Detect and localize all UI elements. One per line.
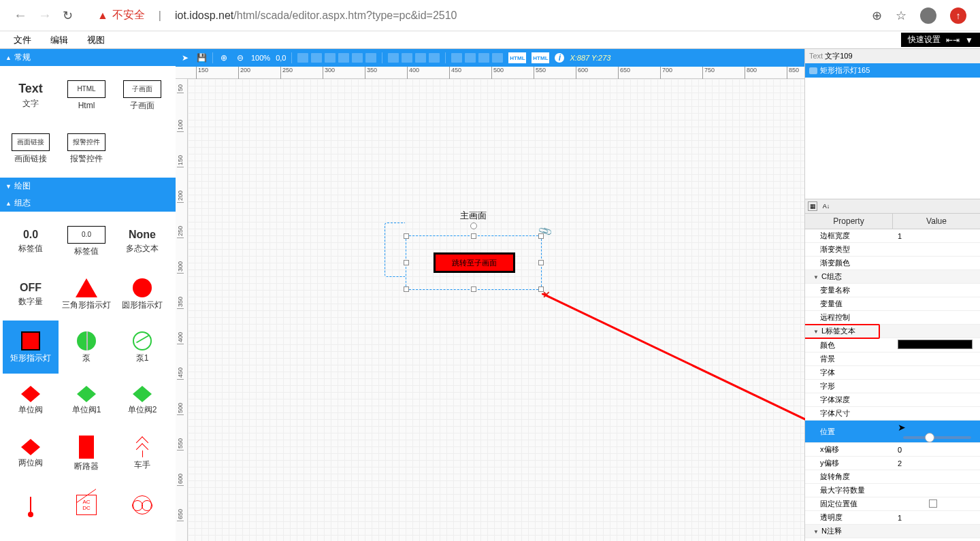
prop-旋转角度[interactable]: 旋转角度 xyxy=(805,470,980,484)
resize-handle-nw[interactable] xyxy=(404,233,409,239)
star-icon[interactable]: ☆ xyxy=(896,8,906,23)
pointer-icon[interactable]: ➤ xyxy=(180,52,191,63)
zoom-icon[interactable]: ⊕ xyxy=(872,8,882,23)
dropdown-icon: ▼ xyxy=(965,35,973,45)
coord-readout: X:887 Y:273 xyxy=(570,54,610,62)
prop-字体[interactable]: 字体 xyxy=(805,366,980,380)
shape-单位阀1[interactable]: 单位阀1 xyxy=(59,374,114,427)
extension-icon[interactable] xyxy=(950,7,966,24)
shape-车手[interactable]: 车手 xyxy=(114,427,170,480)
shape-标签值[interactable]: 0.0标签值 xyxy=(59,214,114,267)
security-label: 不安全 xyxy=(112,8,145,22)
prop-x偏移[interactable]: x偏移0 xyxy=(805,443,980,457)
props-list[interactable]: 边框宽度1渐变类型渐变颜色C组态变量名称变量值远程控制L标签文本颜色背景字体字形… xyxy=(805,229,980,541)
prop-渐变颜色[interactable]: 渐变颜色 xyxy=(805,257,980,270)
zoom-in-icon[interactable]: ⊕ xyxy=(218,52,229,63)
shape-泵[interactable]: 泵 xyxy=(59,321,114,374)
forward-icon[interactable]: → xyxy=(38,7,52,23)
chevron-down-icon: ▲ xyxy=(5,200,12,207)
prop-固定位置值[interactable]: 固定位置值 xyxy=(805,497,980,511)
resize-handle-s[interactable] xyxy=(471,286,476,292)
shape-画面链接[interactable]: 画面链接画面链接 xyxy=(3,122,59,175)
menu-bar: 文件 编辑 视图 快速设置 ⇤⇥ ▼ xyxy=(0,31,980,49)
shape-thermo[interactable] xyxy=(3,480,59,533)
prop-字形[interactable]: 字形 xyxy=(805,380,980,393)
shape-断路器[interactable]: 断路器 xyxy=(59,427,114,480)
section-draw[interactable]: ▼绘图 xyxy=(0,178,176,195)
user-avatar-icon[interactable] xyxy=(920,7,936,24)
shape-文字[interactable]: Text文字 xyxy=(3,69,59,122)
menu-edit[interactable]: 编辑 xyxy=(41,34,78,46)
back-icon[interactable]: ← xyxy=(14,7,27,23)
prop-L标签文本[interactable]: L标签文本 xyxy=(805,325,980,338)
prop-最大字符数量[interactable]: 最大字符数量 xyxy=(805,484,980,497)
order-tools[interactable] xyxy=(451,53,503,63)
shape-数字量[interactable]: OFF数字量 xyxy=(3,267,59,321)
prop-位置[interactable]: 位置➤ xyxy=(805,421,980,443)
html-badge-icon[interactable]: HTML xyxy=(508,52,526,63)
resize-handle-sw[interactable] xyxy=(404,286,409,292)
resize-handle-ne[interactable] xyxy=(538,233,544,239)
prop-颜色[interactable]: 颜色 xyxy=(805,338,980,353)
header-value: Value xyxy=(893,214,980,229)
prop-y偏移[interactable]: y偏移2 xyxy=(805,457,980,470)
security-warning[interactable]: ▲ 不安全 xyxy=(97,8,145,22)
shape-flower[interactable] xyxy=(114,480,170,533)
prop-变量值[interactable]: 变量值 xyxy=(805,297,980,311)
address-bar[interactable]: iot.idosp.net/html/scada/editor.aspx.htm… xyxy=(175,10,457,22)
menu-file[interactable]: 文件 xyxy=(4,34,41,46)
selected-element-label[interactable]: 矩形指示灯165 xyxy=(805,63,980,78)
shape-矩形指示灯[interactable]: 矩形指示灯 xyxy=(3,321,59,374)
shape-单位阀2[interactable]: 单位阀2 xyxy=(114,374,170,427)
shape-报警控件[interactable]: 报警控件报警控件 xyxy=(59,122,114,175)
chevron-right-icon: ▼ xyxy=(5,183,12,190)
alphabetical-icon[interactable]: A↓ xyxy=(821,201,831,211)
canvas[interactable]: 主画面 📎 ✕ 跳转至子画面 xyxy=(188,79,804,541)
prop-透明度[interactable]: 透明度1 xyxy=(805,511,980,525)
distribute-tools[interactable] xyxy=(388,53,440,63)
prop-背景[interactable]: 背景 xyxy=(805,353,980,366)
section-group[interactable]: ▲组态 xyxy=(0,195,176,212)
save-icon[interactable]: 💾 xyxy=(196,52,207,63)
shape-Html[interactable]: HTMLHtml xyxy=(59,69,114,122)
text-element-label[interactable]: Text Text 文字109文字109 xyxy=(805,49,980,63)
shape-单位阀[interactable]: 单位阀 xyxy=(3,374,59,427)
cursor-pos: 0,0 xyxy=(276,54,286,62)
menu-view[interactable]: 视图 xyxy=(78,34,114,46)
selection-box[interactable]: 📎 ✕ 跳转至子画面 xyxy=(406,235,542,290)
shape-两位阀[interactable]: 两位阀 xyxy=(3,427,59,480)
prop-变量名称[interactable]: 变量名称 xyxy=(805,284,980,297)
prop-字体深度[interactable]: 字体深度 xyxy=(805,393,980,407)
info-icon[interactable]: i xyxy=(555,53,564,63)
zoom-level[interactable]: 100% xyxy=(251,54,270,62)
html-badge2-icon[interactable]: HTML xyxy=(532,52,549,63)
rotate-handle[interactable] xyxy=(470,223,477,229)
shape-泵1[interactable]: 泵1 xyxy=(114,321,170,374)
prop-渐变类型[interactable]: 渐变类型 xyxy=(805,243,980,257)
quick-settings[interactable]: 快速设置 ⇤⇥ ▼ xyxy=(901,33,980,47)
prop-C组态[interactable]: C组态 xyxy=(805,270,980,284)
chevron-down-icon: ▲ xyxy=(5,54,12,61)
resize-handle-e[interactable] xyxy=(538,260,544,265)
resize-handle-n[interactable] xyxy=(471,233,476,239)
shape-acdc[interactable]: ACDC xyxy=(59,480,114,533)
section-normal[interactable]: ▲常规 xyxy=(0,49,176,66)
prop-N注释[interactable]: N注释 xyxy=(805,525,980,538)
shape-子画面[interactable]: 子画面子画面 xyxy=(114,69,170,122)
prop-边框宽度[interactable]: 边框宽度1 xyxy=(805,229,980,243)
prop-远程控制[interactable]: 远程控制 xyxy=(805,311,980,325)
prop-字体尺寸[interactable]: 字体尺寸 xyxy=(805,407,980,421)
reload-icon[interactable]: ↻ xyxy=(63,8,73,23)
resize-handle-w[interactable] xyxy=(404,260,409,265)
quick-settings-label: 快速设置 xyxy=(908,34,941,46)
indicator-button[interactable]: 跳转至子画面 xyxy=(434,252,515,273)
shape-标签值[interactable]: 0.0标签值 xyxy=(3,214,59,267)
zoom-out-icon[interactable]: ⊖ xyxy=(235,52,246,63)
resize-handle-se[interactable] xyxy=(538,286,544,292)
url-host: iot.idosp.net xyxy=(175,10,233,21)
align-tools[interactable] xyxy=(297,53,376,63)
shape-圆形指示灯[interactable]: 圆形指示灯 xyxy=(114,267,170,321)
categorized-icon[interactable]: ▦ xyxy=(808,201,817,211)
shape-多态文本[interactable]: None多态文本 xyxy=(114,214,170,267)
shape-三角形指示灯[interactable]: 三角形指示灯 xyxy=(59,267,114,321)
